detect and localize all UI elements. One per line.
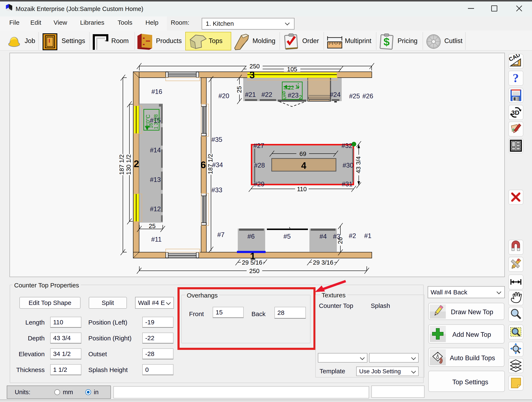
svg-text:250: 250: [249, 268, 260, 274]
svg-text:#28: #28: [254, 162, 265, 169]
svg-text:#4: #4: [320, 233, 327, 240]
svg-text:#27: #27: [253, 142, 264, 149]
svg-text:#11: #11: [151, 236, 161, 243]
svg-text:#6: #6: [247, 233, 255, 240]
svg-text:$: $: [384, 36, 390, 48]
svg-text:#20: #20: [218, 92, 229, 100]
svg-text:5: 5: [283, 94, 286, 100]
svg-text:#31: #31: [342, 181, 353, 188]
svg-text:#22: #22: [261, 91, 272, 98]
svg-text:#13: #13: [150, 176, 161, 183]
svg-text:#34: #34: [212, 161, 223, 169]
svg-text:#12: #12: [150, 205, 161, 213]
svg-text:110: 110: [297, 186, 307, 192]
svg-text:25: 25: [149, 223, 156, 229]
svg-text:2: 2: [134, 158, 139, 169]
svg-text:#1: #1: [364, 232, 371, 240]
svg-text:#5: #5: [284, 233, 291, 240]
svg-text:69: 69: [299, 150, 306, 157]
svg-text:25: 25: [236, 86, 243, 93]
svg-text:#23: #23: [288, 91, 299, 99]
svg-text:#16: #16: [151, 88, 162, 95]
svg-text:22: 22: [288, 84, 294, 91]
svg-text:#32: #32: [342, 142, 352, 149]
svg-text:105: 105: [287, 66, 297, 73]
svg-text:#3: #3: [333, 233, 340, 240]
svg-text:130 1/2: 130 1/2: [125, 155, 132, 175]
svg-text:?: ?: [513, 71, 519, 85]
svg-text:#29: #29: [253, 181, 265, 188]
svg-text:#35: #35: [211, 136, 222, 143]
svg-text:#14: #14: [150, 146, 161, 154]
svg-text:#24: #24: [330, 91, 341, 98]
svg-text:16: 16: [148, 123, 154, 128]
svg-text:#26: #26: [362, 92, 373, 100]
svg-text:#21: #21: [245, 91, 256, 98]
svg-text:#33: #33: [211, 186, 222, 194]
svg-text:3D: 3D: [511, 109, 519, 116]
svg-text:1 3 5/8: 1 3 5/8: [153, 114, 159, 129]
svg-text:29 3/16: 29 3/16: [313, 259, 333, 266]
svg-text:#7: #7: [217, 231, 224, 239]
svg-text:250: 250: [250, 63, 260, 70]
svg-text:187 1/2: 187 1/2: [118, 155, 125, 175]
svg-text:#30: #30: [342, 162, 354, 169]
svg-text:#2: #2: [349, 232, 356, 240]
svg-text:6: 6: [200, 159, 206, 170]
svg-text:4: 4: [301, 160, 306, 171]
svg-text:1: 1: [250, 251, 255, 262]
svg-text:43 3/4: 43 3/4: [355, 156, 362, 174]
svg-text:2: 2: [299, 94, 302, 100]
svg-text:3: 3: [249, 69, 255, 80]
svg-text:#25: #25: [349, 92, 360, 100]
